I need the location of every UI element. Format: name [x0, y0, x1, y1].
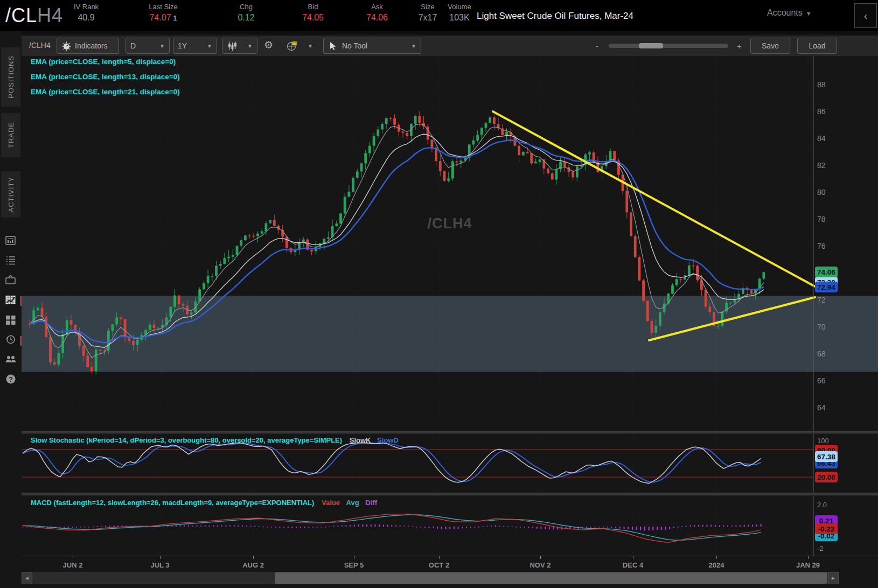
time-axis-tick — [160, 556, 161, 559]
people-icon[interactable] — [4, 352, 17, 365]
macd-value-legend: Value — [322, 499, 340, 507]
grid-icon[interactable] — [4, 313, 17, 326]
macd-study-row[interactable]: MACD (fastLength=12, slowLength=26, macd… — [31, 499, 377, 507]
news-icon[interactable] — [4, 234, 17, 247]
toolbar-symbol-label: /CLH4 — [29, 41, 51, 50]
drawing-tool-dropdown[interactable]: No Tool▼ — [323, 38, 421, 54]
price-axis-label: 66 — [817, 376, 826, 385]
macd-value-line — [23, 514, 761, 543]
chevron-down-icon: ▼ — [243, 43, 253, 49]
axis-value-bubble: 74.06 — [815, 267, 838, 277]
pattern-compass-icon — [286, 40, 298, 52]
time-axis-label: JUL 3 — [144, 561, 176, 569]
price-axis-label: 68 — [817, 349, 826, 358]
help-icon[interactable]: ? — [4, 373, 17, 386]
scroll-left-button[interactable]: ◄ — [22, 572, 32, 584]
time-axis-label: NOV 2 — [524, 561, 556, 569]
ema13-study-label[interactable]: EMA (price=CLOSE, length=13, displace=0) — [31, 73, 180, 81]
price-axis-label: 86 — [817, 107, 826, 116]
quote-stat-ask: Ask74.06 — [366, 3, 388, 23]
accounts-menu[interactable]: Accounts▼ — [767, 8, 812, 18]
indicators-label: Indicators — [75, 41, 108, 50]
price-axis-label: 82 — [817, 161, 826, 170]
price-axis-label: 64 — [817, 403, 826, 412]
time-range-dropdown[interactable]: 1Y▼ — [173, 38, 217, 54]
ema5-study-label[interactable]: EMA (price=CLOSE, length=5, displace=0) — [31, 58, 176, 66]
sidebar-tab-trade[interactable]: TRADE — [1, 113, 20, 157]
time-axis-tick — [73, 556, 73, 559]
load-button[interactable]: Load — [797, 38, 837, 54]
zoom-in-button[interactable]: + — [737, 41, 742, 51]
macd-axis-label: 2.0 — [817, 501, 827, 509]
chart-scrollbar[interactable]: ◄ ► — [22, 572, 839, 584]
price-axis-label: 80 — [817, 188, 826, 197]
time-axis-tick — [354, 556, 354, 559]
time-axis-label: OCT 2 — [423, 561, 455, 569]
time-axis-label: DEC 4 — [617, 561, 649, 569]
pattern-tool-dropdown[interactable]: ▼ — [282, 38, 317, 54]
quote-stat-bid: Bid74.05 — [302, 3, 324, 23]
price-axis-label: 70 — [817, 323, 826, 331]
history-icon[interactable] — [4, 333, 17, 346]
ema21-study-label[interactable]: EMA (price=CLOSE, length=21, displace=0) — [31, 88, 180, 96]
svg-text:?: ? — [9, 376, 13, 383]
axis-value-bubble: 72.94 — [815, 282, 838, 292]
time-axis-label: 2024 — [700, 561, 733, 569]
chevron-down-icon: ▼ — [407, 43, 416, 49]
stoch-axis-label: 100 — [817, 437, 829, 445]
slowd-legend: SlowD — [377, 436, 399, 444]
price-axis-label: 78 — [817, 215, 826, 223]
sidebar-tab-positions[interactable]: POSITIONS — [1, 47, 20, 107]
chart-toolbar: /CLH4 Indicators D▼ 1Y▼ ▼ ⚙ ▼ No Tool▼ - — [22, 36, 878, 56]
quote-stat-chg: Chg0.12 — [238, 3, 254, 23]
time-axis-label: JUN 2 — [57, 561, 89, 569]
price-axis-label: 88 — [817, 80, 826, 89]
tv-icon[interactable] — [4, 274, 17, 286]
chevron-left-icon: ‹ — [864, 10, 868, 22]
chart-type-dropdown[interactable]: ▼ — [222, 38, 257, 54]
scroll-right-button[interactable]: ► — [828, 572, 839, 584]
chevron-down-icon: ▼ — [303, 43, 313, 49]
quote-stat-last-size: Last Size74.07 1 — [149, 3, 177, 23]
time-axis-tick — [439, 556, 440, 559]
list-icon[interactable] — [4, 254, 17, 267]
save-button[interactable]: Save — [750, 38, 790, 54]
macd-diff-legend: Diff — [365, 499, 377, 507]
aggregation-period-dropdown[interactable]: D▼ — [126, 38, 170, 54]
macd-avg-line — [23, 515, 761, 540]
drawn-trendline — [493, 111, 815, 286]
time-axis-tick — [716, 556, 717, 559]
stochastic-study-label[interactable]: Slow Stochastic (kPeriod=14, dPeriod=3, … — [31, 436, 342, 444]
symbol-watermark: /CLH4 — [407, 215, 493, 232]
price-chart-svg[interactable]: 88868482807876747270686664 — [22, 56, 878, 431]
stochastic-study-row[interactable]: Slow Stochastic (kPeriod=14, dPeriod=3, … — [31, 436, 399, 444]
time-axis-tick — [253, 556, 254, 559]
macd-study-label[interactable]: MACD (fastLength=12, slowLength=26, macd… — [31, 499, 314, 507]
indicators-button[interactable]: Indicators — [57, 38, 119, 54]
studies-gauge-icon — [61, 41, 72, 51]
collapse-panel-button[interactable]: ‹ — [854, 3, 877, 28]
zoom-slider[interactable] — [609, 44, 728, 48]
chart-root: 88868482807876747270686664 EMA (price=CL… — [22, 56, 878, 588]
scrollbar-thumb[interactable] — [275, 572, 827, 584]
time-axis-tick — [633, 556, 633, 559]
quote-stat-iv-rank: IV Rank40.9 — [74, 3, 99, 23]
candlestick-type-icon — [227, 40, 238, 51]
instrument-description: Light Sweet Crude Oil Futures, Mar-24 — [477, 11, 633, 22]
charts-icon-active[interactable] — [4, 293, 17, 306]
price-axis-label: 72 — [817, 296, 826, 304]
axis-value-bubble: 20.00 — [815, 472, 838, 482]
time-axis: JUN 2JUL 3AUG 2SEP 5OCT 2NOV 2DEC 42024J… — [22, 556, 878, 572]
symbol-title: /CLH4 — [5, 4, 63, 27]
axis-value-bubble: -0.22 — [815, 523, 838, 534]
time-axis-tick — [540, 556, 541, 559]
sidebar-tab-activity[interactable]: ACTIVITY — [1, 171, 20, 218]
zoom-slider-thumb[interactable] — [639, 43, 663, 48]
quote-stat-volume: Volume103K — [448, 3, 471, 23]
zoom-out-button[interactable]: - — [596, 41, 598, 51]
left-sidebar: POSITIONS TRADE ACTIVITY ? — [0, 31, 22, 588]
chart-settings-gear-icon[interactable]: ⚙ — [264, 39, 273, 51]
price-axis-label: 84 — [817, 134, 826, 143]
price-axis-label: 76 — [817, 242, 826, 250]
time-axis-tick — [808, 556, 809, 559]
